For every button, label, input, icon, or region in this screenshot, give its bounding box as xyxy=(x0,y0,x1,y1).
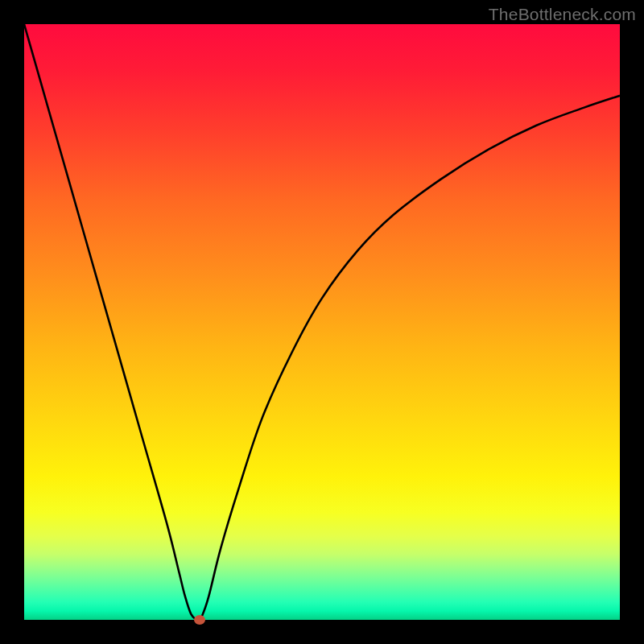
curve-path xyxy=(24,24,620,620)
chart-frame: TheBottleneck.com xyxy=(0,0,644,644)
minimum-marker xyxy=(194,615,205,625)
bottleneck-curve xyxy=(24,24,620,620)
watermark-text: TheBottleneck.com xyxy=(489,5,636,24)
plot-area xyxy=(24,24,620,620)
